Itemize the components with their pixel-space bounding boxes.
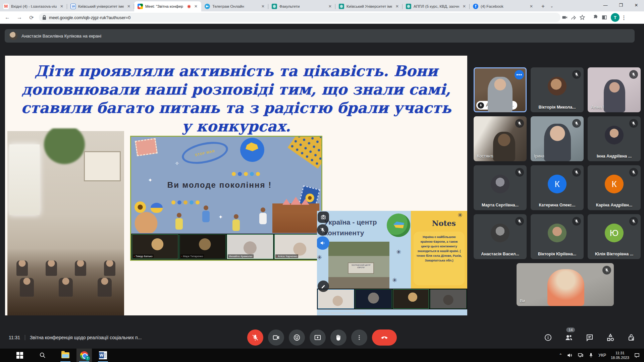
language-indicator[interactable]: УКР — [598, 353, 606, 358]
participant-tile[interactable]: Костянтин Русл... — [474, 116, 527, 161]
share-icon[interactable] — [569, 13, 578, 22]
mic-off-icon — [629, 168, 638, 177]
meeting-details-button[interactable] — [541, 330, 555, 345]
tab-title: Телеграм Онлайн — [212, 4, 258, 8]
tab-faculties[interactable]: Факультети ✕ — [268, 1, 335, 11]
taskbar-search-icon[interactable] — [35, 349, 50, 362]
tab-close-icon[interactable]: ✕ — [193, 4, 199, 9]
participant-name: Катерина Олекс... — [534, 203, 580, 207]
end-call-button[interactable] — [372, 329, 397, 346]
calendar-icon: 18 — [70, 4, 76, 9]
participant-tile[interactable]: К Каріна Андріївн... — [588, 165, 641, 210]
file-explorer-icon[interactable] — [58, 349, 73, 362]
more-options-button[interactable] — [351, 329, 367, 346]
tab-close-icon[interactable]: ✕ — [529, 4, 534, 9]
participant-initial-avatar: К — [605, 175, 624, 193]
chat-button[interactable] — [583, 330, 596, 345]
participant-name: Ірина Вячеславі... — [534, 154, 580, 159]
notes-card: Україна є найбільшою країною Європи, а т… — [414, 232, 465, 285]
participant-name: Ви — [520, 299, 610, 303]
participant-tile[interactable]: Аліна Михайлів... — [588, 67, 641, 112]
participant-tile[interactable]: Вікторія Микола... — [531, 67, 584, 112]
action-center-icon[interactable] — [634, 352, 640, 358]
embedded-video-strip — [317, 289, 467, 309]
participant-name: Анастасія Васил... — [477, 252, 523, 256]
address-bar[interactable]: meet.google.com/iqb-zjgz-ruk?authuser=0 — [39, 13, 560, 22]
bookmark-star-icon[interactable] — [578, 13, 587, 22]
tab-title: Meet: "Звітна конфер — [145, 4, 185, 8]
tab-close-icon[interactable]: ✕ — [394, 4, 400, 9]
tile-options-button[interactable]: ••• — [515, 70, 524, 79]
browser-tab-strip: M Вхідні (4) - t.savrasova-viu ✕ 18 Київ… — [0, 0, 644, 11]
tab-appl[interactable]: АППЛ (5 курс, КВД, заочн ✕ — [402, 1, 470, 11]
chrome-taskbar-icon[interactable]: T — [76, 349, 92, 362]
taskbar-clock[interactable]: 11:31 18.05.2023 — [611, 351, 629, 360]
forward-button[interactable]: → — [15, 13, 24, 22]
tab-close-icon[interactable]: ✕ — [126, 4, 131, 9]
tab-close-icon[interactable]: ✕ — [462, 4, 467, 9]
participant-tile[interactable]: К Катерина Олекс... — [531, 165, 584, 210]
tab-facebook[interactable]: f (4) Facebook ✕ — [470, 1, 537, 11]
side-panel-icon[interactable] — [600, 13, 609, 22]
globe-illustration — [387, 214, 410, 237]
volume-icon[interactable] — [567, 352, 573, 358]
participant-tile[interactable]: Інна Андріївна ... — [588, 116, 641, 161]
participant-tile[interactable]: Анастасія Васил... — [474, 214, 527, 259]
participant-avatar — [491, 224, 509, 242]
window-restore-button[interactable]: ❐ — [613, 0, 629, 10]
network-icon[interactable] — [578, 352, 584, 358]
mic-off-icon — [572, 217, 581, 226]
participant-tile[interactable]: Ірина Вячеславі... — [531, 116, 584, 161]
stamp-decoration — [135, 138, 158, 156]
window-close-button[interactable]: ✕ — [629, 0, 644, 10]
extensions-puzzle-icon[interactable] — [591, 13, 600, 22]
participant-tile[interactable]: ••• Анастасія Ва... — [474, 67, 527, 112]
church-illustration — [272, 203, 319, 233]
profile-avatar[interactable]: T — [611, 13, 620, 22]
gmail-icon: M — [3, 4, 9, 9]
mic-off-icon — [629, 70, 638, 79]
browser-menu-icon[interactable]: ⋮ — [620, 13, 628, 22]
tab-search-chevron-icon[interactable]: ⌄ — [547, 2, 556, 11]
tab-close-icon[interactable]: ✕ — [59, 4, 64, 9]
tab-telegram[interactable]: Телеграм Онлайн ✕ — [201, 1, 268, 11]
tray-expand-icon[interactable]: ⌃ — [559, 353, 562, 358]
mic-off-icon — [572, 168, 581, 177]
presenter-avatar — [9, 32, 17, 40]
tab-university-2[interactable]: Київський Університет іме ✕ — [335, 1, 402, 11]
reactions-button[interactable] — [289, 329, 305, 346]
mic-toggle-button[interactable] — [247, 329, 263, 346]
participant-tile[interactable]: Марта Сергіївна... — [474, 165, 527, 210]
host-controls-button[interactable] — [625, 330, 638, 345]
raise-hand-button[interactable] — [330, 329, 346, 346]
windows-taskbar: T ⌃ УКР 11:31 18.05.2023 — [0, 349, 644, 362]
word-taskbar-icon[interactable] — [95, 349, 111, 362]
tab-close-icon[interactable]: ✕ — [260, 4, 266, 9]
participant-name: Каріна Андріївн... — [591, 203, 637, 207]
participants-button[interactable]: 14 — [562, 330, 576, 345]
participant-tile[interactable]: Вікторія Юріївна... — [531, 214, 584, 259]
back-button[interactable]: ← — [3, 13, 12, 22]
tab-close-icon[interactable]: ✕ — [327, 4, 333, 9]
meeting-time: 11:31 — [9, 335, 20, 340]
camera-toggle-button[interactable] — [268, 329, 284, 346]
tab-university-1[interactable]: 18 Київський університет іме ✕ — [67, 1, 134, 11]
new-tab-button[interactable]: + — [539, 2, 547, 11]
tab-gmail[interactable]: M Вхідні (4) - t.savrasova-viu ✕ — [0, 1, 67, 11]
participant-name: Вікторія Юріївна... — [534, 252, 580, 256]
participant-tile[interactable]: Ю Юлія Вікторівна ... — [588, 214, 641, 259]
tab-title: Київський університет іме — [78, 4, 124, 8]
browser-toolbar: ← → ⟳ meet.google.com/iqb-zjgz-ruk?authu… — [0, 11, 644, 24]
tab-title: Київський Університет іме — [346, 4, 392, 8]
camera-in-use-icon[interactable] — [560, 13, 569, 22]
tab-meet-active[interactable]: Meet: "Звітна конфер ✕ — [134, 1, 201, 11]
present-screen-button[interactable] — [310, 329, 326, 346]
participant-name: Марта Сергіївна... — [477, 203, 523, 207]
pencil-icon — [318, 281, 329, 292]
tray-mic-icon[interactable] — [588, 353, 594, 358]
reload-button[interactable]: ⟳ — [27, 13, 36, 22]
window-minimize-button[interactable]: — — [598, 0, 613, 10]
start-button[interactable] — [12, 349, 28, 362]
activities-button[interactable] — [604, 330, 617, 345]
self-view-tile[interactable]: Ви — [517, 263, 614, 306]
